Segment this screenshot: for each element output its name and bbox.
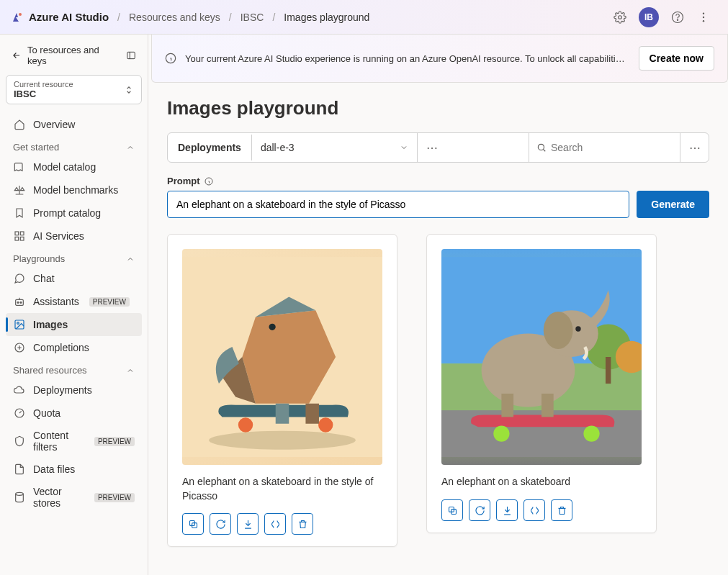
section-playgrounds[interactable]: Playgrounds	[6, 248, 142, 267]
image-icon	[13, 318, 26, 331]
database-icon	[13, 491, 26, 504]
svg-point-25	[238, 417, 253, 432]
info-icon	[165, 53, 176, 64]
svg-point-14	[20, 302, 22, 303]
sidebar-item-model-benchmarks[interactable]: Model benchmarks	[6, 178, 142, 202]
user-avatar[interactable]: IB	[639, 7, 659, 27]
prompt-label: Prompt	[167, 176, 709, 186]
sidebar-item-assistants[interactable]: AssistantsPREVIEW	[6, 290, 142, 313]
collapse-icon[interactable]	[126, 50, 136, 60]
toolbar-menu-icon[interactable]: ⋯	[680, 133, 709, 162]
search-box[interactable]	[529, 133, 680, 162]
sidebar-item-data-files[interactable]: Data files	[6, 458, 142, 481]
search-input[interactable]	[551, 142, 677, 153]
section-shared[interactable]: Shared resources	[6, 359, 142, 379]
sidebar: To resources and keys Current resource I…	[0, 35, 148, 575]
regenerate-icon[interactable]	[469, 499, 490, 521]
sidebar-item-deployments[interactable]: Deployments	[6, 379, 142, 402]
prompt-input[interactable]	[167, 191, 629, 218]
cloud-icon	[13, 384, 26, 397]
info-icon[interactable]	[205, 177, 213, 186]
toolbar: Deployments dall-e-3 ⋯ ⋯	[167, 132, 709, 163]
page-title: Images playground	[167, 97, 709, 119]
shield-icon	[13, 435, 26, 448]
svg-rect-47	[541, 394, 554, 417]
toolbar-more-icon[interactable]: ⋯	[418, 133, 446, 162]
sidebar-item-content-filters[interactable]: Content filtersPREVIEW	[6, 425, 142, 458]
sidebar-item-vector-stores[interactable]: Vector storesPREVIEW	[6, 481, 142, 514]
svg-point-21	[538, 144, 544, 150]
sidebar-item-ai-services[interactable]: AI Services	[6, 225, 142, 248]
svg-point-3	[677, 19, 678, 20]
regenerate-icon[interactable]	[210, 513, 231, 535]
svg-point-16	[17, 322, 19, 325]
settings-icon[interactable]	[613, 10, 627, 24]
generated-image[interactable]	[182, 249, 382, 465]
svg-point-4	[703, 12, 704, 14]
breadcrumb[interactable]: Resources and keys	[129, 12, 220, 23]
svg-rect-8	[15, 232, 19, 235]
result-card: An elephant on a skateboard	[426, 234, 657, 533]
download-icon[interactable]	[496, 499, 518, 521]
svg-point-19	[16, 492, 24, 495]
chat-icon	[13, 272, 26, 285]
deployment-select[interactable]: dall-e-3	[252, 133, 418, 162]
download-icon[interactable]	[237, 513, 259, 535]
bookmark-icon	[13, 207, 26, 219]
copy-icon[interactable]	[182, 513, 204, 535]
code-icon[interactable]	[523, 499, 545, 521]
breadcrumb[interactable]: IBSC	[241, 12, 264, 23]
delete-icon[interactable]	[292, 513, 313, 535]
unfold-icon	[124, 85, 134, 95]
grid-icon	[13, 230, 26, 243]
svg-point-42	[583, 425, 599, 441]
create-now-button[interactable]: Create now	[639, 46, 714, 71]
book-icon	[13, 160, 26, 173]
sidebar-item-chat[interactable]: Chat	[6, 267, 142, 290]
svg-rect-9	[20, 232, 24, 235]
generated-image[interactable]	[441, 249, 642, 465]
sidebar-item-overview[interactable]: Overview	[6, 113, 142, 136]
file-icon	[13, 463, 26, 476]
svg-point-48	[575, 326, 580, 331]
azure-logo-icon	[12, 12, 23, 23]
svg-marker-31	[305, 404, 319, 424]
svg-point-32	[269, 324, 275, 330]
code-icon[interactable]	[264, 513, 286, 535]
result-card: An elephant on a skateboard in the style…	[167, 234, 397, 547]
chevron-up-icon	[126, 366, 135, 375]
scale-icon	[13, 184, 26, 196]
brand-title[interactable]: Azure AI Studio	[29, 11, 109, 23]
svg-point-5	[703, 16, 704, 17]
chevron-up-icon	[126, 143, 135, 152]
svg-point-41	[493, 425, 509, 441]
sidebar-item-model-catalog[interactable]: Model catalog	[6, 155, 142, 178]
sidebar-item-images[interactable]: Images	[6, 313, 142, 336]
breadcrumb[interactable]: Images playground	[284, 12, 369, 23]
help-icon[interactable]	[670, 10, 685, 24]
svg-rect-39	[606, 357, 611, 384]
robot-icon	[13, 295, 26, 308]
deployments-label: Deployments	[168, 135, 252, 160]
svg-rect-7	[127, 52, 135, 58]
sidebar-item-prompt-catalog[interactable]: Prompt catalog	[6, 202, 142, 225]
resource-selector[interactable]: Current resource IBSC	[6, 75, 142, 104]
main: Your current Azure AI Studio experience …	[148, 35, 728, 575]
back-to-resources[interactable]: To resources and keys	[6, 40, 142, 71]
more-icon[interactable]	[696, 10, 711, 24]
svg-rect-46	[501, 394, 513, 417]
generate-button[interactable]: Generate	[637, 191, 709, 218]
svg-rect-12	[16, 299, 24, 305]
sidebar-item-completions[interactable]: Completions	[6, 336, 142, 359]
copy-icon[interactable]	[441, 499, 463, 521]
top-header: Azure AI Studio / Resources and keys / I…	[0, 0, 728, 35]
svg-point-45	[544, 312, 573, 349]
svg-point-26	[318, 417, 333, 432]
banner-message: Your current Azure AI Studio experience …	[185, 53, 630, 64]
sidebar-item-quota[interactable]: Quota	[6, 402, 142, 425]
delete-icon[interactable]	[551, 499, 572, 521]
svg-marker-30	[276, 404, 289, 424]
svg-rect-11	[20, 237, 24, 240]
chevron-down-icon	[400, 143, 408, 152]
section-get-started[interactable]: Get started	[6, 136, 142, 155]
